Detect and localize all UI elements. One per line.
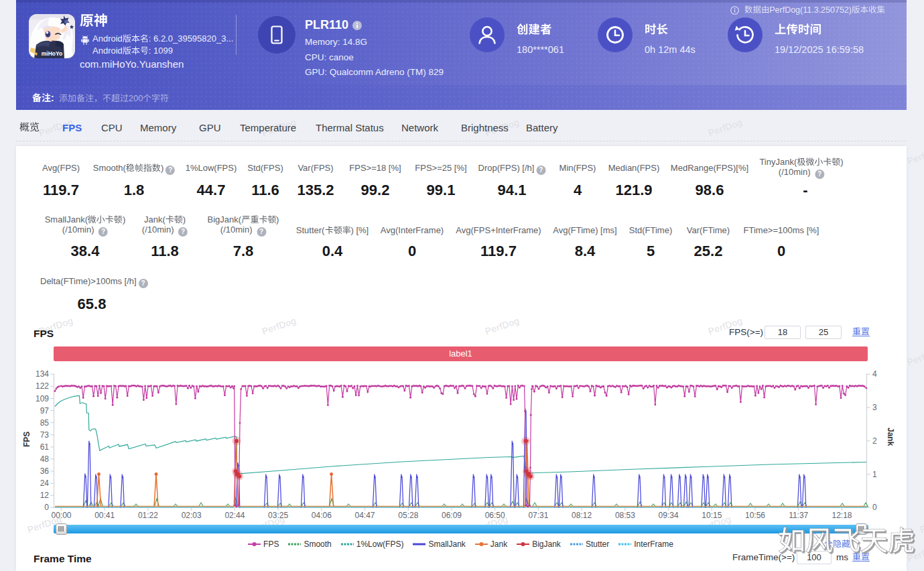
svg-text:97: 97 bbox=[40, 406, 50, 416]
svg-text:1: 1 bbox=[872, 470, 877, 479]
svg-text:07:31: 07:31 bbox=[528, 511, 548, 520]
svg-text:109: 109 bbox=[36, 394, 49, 403]
svg-text:11:37: 11:37 bbox=[789, 511, 808, 520]
svg-text:08:53: 08:53 bbox=[615, 511, 635, 520]
svg-text:2: 2 bbox=[872, 436, 877, 446]
svg-text:miHoYo: miHoYo bbox=[42, 50, 62, 57]
svg-text:48: 48 bbox=[40, 454, 50, 464]
svg-text:36: 36 bbox=[40, 466, 50, 476]
svg-text:01:22: 01:22 bbox=[138, 511, 158, 520]
svg-text:0: 0 bbox=[44, 503, 49, 512]
svg-text:04:06: 04:06 bbox=[312, 511, 332, 520]
svg-text:02:44: 02:44 bbox=[224, 511, 245, 520]
svg-text:05:28: 05:28 bbox=[398, 511, 418, 520]
svg-text:85: 85 bbox=[40, 418, 50, 428]
svg-text:00:41: 00:41 bbox=[94, 511, 115, 520]
svg-text:12:18: 12:18 bbox=[832, 511, 852, 520]
svg-text:10:15: 10:15 bbox=[702, 511, 722, 520]
svg-text:00:00: 00:00 bbox=[51, 511, 71, 520]
svg-text:24: 24 bbox=[40, 479, 50, 488]
svg-text:61: 61 bbox=[40, 442, 50, 452]
svg-text:73: 73 bbox=[40, 430, 50, 440]
svg-text:06:09: 06:09 bbox=[442, 511, 462, 520]
svg-text:02:03: 02:03 bbox=[182, 511, 202, 520]
svg-text:Jank: Jank bbox=[886, 428, 895, 446]
svg-text:122: 122 bbox=[36, 381, 49, 391]
svg-text:09:34: 09:34 bbox=[659, 511, 679, 520]
svg-text:03:25: 03:25 bbox=[268, 511, 288, 520]
svg-text:04:47: 04:47 bbox=[354, 511, 375, 520]
svg-text:3: 3 bbox=[872, 403, 877, 412]
svg-text:06:50: 06:50 bbox=[485, 511, 505, 520]
svg-text:0: 0 bbox=[872, 503, 877, 512]
svg-text:08:12: 08:12 bbox=[572, 511, 592, 520]
svg-text:FPS: FPS bbox=[22, 432, 31, 447]
svg-text:10:56: 10:56 bbox=[745, 511, 765, 520]
svg-text:4: 4 bbox=[872, 369, 877, 379]
svg-text:134: 134 bbox=[36, 369, 49, 379]
svg-text:12: 12 bbox=[40, 491, 50, 500]
